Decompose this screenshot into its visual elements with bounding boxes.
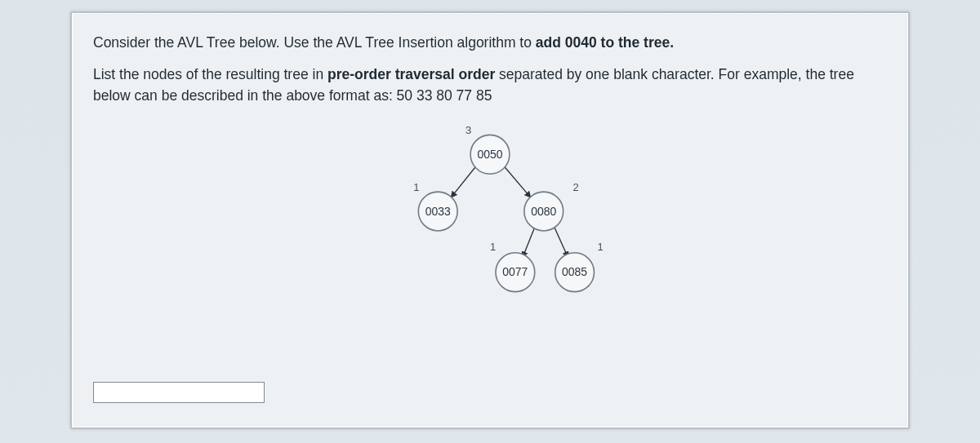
height-left: 1: [413, 181, 419, 193]
edge-root-left: [451, 165, 477, 197]
node-right-right-label: 0085: [562, 266, 587, 279]
node-root: 0050: [470, 135, 510, 175]
para2-emphasis: pre-order traversal order: [327, 66, 495, 82]
height-right-right: 1: [597, 241, 603, 253]
edge-right-right: [554, 225, 568, 258]
height-right: 2: [573, 181, 579, 193]
node-right-right: 0085: [555, 253, 595, 292]
intro-emphasis: add 0040 to the tree.: [536, 34, 674, 51]
edge-root-right: [503, 165, 531, 197]
intro-text: Consider the AVL Tree below. Use the AVL…: [93, 34, 536, 51]
node-right-left-label: 0077: [502, 266, 528, 279]
node-right-left: 0077: [496, 253, 535, 292]
avl-tree-diagram: 3 1 2 1 1 0050 0033 0080 0077: [72, 117, 908, 313]
height-right-left: 1: [490, 241, 496, 253]
node-root-label: 0050: [477, 148, 502, 161]
question-line-2: List the nodes of the resulting tree in …: [93, 64, 887, 106]
para2-start: List the nodes of the resulting tree in: [93, 66, 327, 82]
question-frame: Consider the AVL Tree below. Use the AVL…: [70, 11, 910, 429]
edge-right-left: [523, 225, 536, 258]
node-right: 0080: [524, 192, 564, 231]
height-root: 3: [466, 125, 471, 137]
node-left: 0033: [418, 192, 457, 231]
node-right-label: 0080: [531, 205, 556, 218]
node-left-label: 0033: [425, 205, 451, 218]
answer-input[interactable]: [93, 382, 265, 403]
question-text-block: Consider the AVL Tree below. Use the AVL…: [72, 13, 908, 106]
question-line-1: Consider the AVL Tree below. Use the AVL…: [93, 33, 887, 53]
